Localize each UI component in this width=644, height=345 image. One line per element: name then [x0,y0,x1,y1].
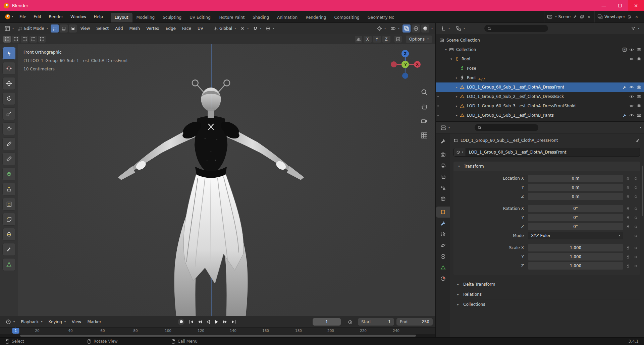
shading-wireframe-button[interactable] [412,24,420,33]
tool-measure[interactable] [2,153,16,165]
select-mode-intersect-button[interactable] [38,36,46,43]
tab-constraints[interactable] [436,251,450,262]
workspace-tab-sculpting[interactable]: Sculpting [159,13,185,22]
properties-editor-type-button[interactable]: ▾ [439,124,452,132]
location-x-field[interactable]: 0 m [528,175,623,182]
scrollbar-handle[interactable] [20,335,416,337]
shading-solid-button[interactable] [421,24,429,33]
rotation-z-field[interactable]: 0° [528,223,623,230]
playhead[interactable]: 1 [12,328,19,334]
mirror-y-toggle[interactable]: Y [373,36,381,43]
camera-icon[interactable] [637,57,641,61]
current-frame-field[interactable]: 1 [313,318,341,326]
outliner-row-scene-collection[interactable]: Scene Collection [436,36,644,45]
auto-keying-toggle[interactable] [178,319,184,325]
workspace-tab-rendering[interactable]: Rendering [302,13,330,22]
outliner-search-input[interactable] [493,26,545,31]
tab-object-data[interactable] [436,262,450,273]
tool-add-cube[interactable] [2,168,16,180]
menu-select[interactable]: Select [93,23,112,34]
tab-view-layer[interactable] [436,171,450,182]
mode-dropdown[interactable]: Edit Mode▾ [16,24,50,33]
camera-icon[interactable] [637,113,641,118]
playback-menu[interactable]: Playback▾ [18,320,46,324]
disclosure-icon[interactable]: ▸ [454,76,459,79]
workspace-tab-modeling[interactable]: Modeling [132,13,159,22]
checkbox-icon[interactable]: ✓ [623,48,627,52]
modifier-icon[interactable] [623,85,627,89]
show-overlays-button[interactable]: ▾ [388,24,401,33]
tab-particles[interactable] [436,229,450,240]
shading-dropdown-icon[interactable]: ▾ [431,27,433,30]
show-gizmos-button[interactable]: ▾ [375,24,388,33]
eye-icon[interactable] [629,85,634,90]
prev-keyframe-button[interactable] [196,318,204,326]
workspace-tab-layout[interactable]: Layout [111,13,132,22]
disclosure-icon[interactable]: ▾ [443,48,448,51]
outliner-row-root-bone[interactable]: ▸ Root 477 [436,73,644,82]
tool-select-box[interactable] [2,47,16,60]
jump-to-end-button[interactable] [229,318,237,326]
correct-face-attributes-button[interactable] [394,36,402,43]
object-name-field[interactable]: ▾ LOD_1_Group_60_Sub_1__esf_ClothA_Dress… [453,148,640,157]
lock-icon[interactable] [623,207,633,211]
menu-uv[interactable]: UV [195,23,206,34]
menu-mesh[interactable]: Mesh [126,23,143,34]
face-select-button[interactable] [69,24,77,33]
section-delta-transform[interactable]: ▸ Delta Transform [453,279,640,289]
vertex-select-button[interactable] [51,24,59,33]
object-browse-dropdown[interactable]: ▾ [454,148,466,156]
camera-icon[interactable] [637,94,641,99]
frame-end-field[interactable]: End250 [396,318,433,326]
select-mode-extend-button[interactable] [12,36,19,43]
tab-tool[interactable] [436,135,450,147]
mirror-x-toggle[interactable]: X [364,36,372,43]
play-button[interactable] [212,318,221,326]
options-button[interactable]: Options▾ [406,36,432,43]
outliner-editor-type-button[interactable]: ▾ [439,24,452,33]
outliner-row-pose[interactable]: Pose [436,64,644,73]
scale-y-field[interactable]: 1.000 [528,253,623,261]
remove-viewlayer-icon[interactable]: ✕ [634,14,639,19]
toggle-grid-button[interactable] [420,131,429,140]
tool-move[interactable] [2,77,16,90]
orientation-dropdown[interactable]: Global▾ [211,24,238,33]
eye-icon[interactable] [629,94,634,99]
outliner-filter-button[interactable]: ▾ [629,24,641,33]
gizmo-negx-axis[interactable] [391,61,397,67]
new-scene-icon[interactable] [579,14,585,19]
menu-face[interactable]: Face [179,23,194,34]
menu-window[interactable]: Window [67,11,90,22]
use-preview-range-button[interactable] [345,320,356,324]
select-mode-invert-button[interactable] [30,36,37,43]
workspace-tab-uv-editing[interactable]: UV Editing [185,13,215,22]
outliner-row-dressfrontshold[interactable]: ▸ LOD_1_Group_60_Sub_3__esf_ClothA_Dress… [436,101,644,111]
edge-select-button[interactable] [60,24,68,33]
keying-menu[interactable]: Keying▾ [46,320,69,324]
rotation-x-field[interactable]: 0° [528,205,623,212]
tab-material[interactable] [436,273,450,284]
animate-dot[interactable] [635,208,637,210]
properties-search[interactable] [475,124,538,131]
outliner-row-dressfront[interactable]: ▸ LOD_1_Group_60_Sub_1__esf_ClothA_Dress… [436,82,644,92]
tool-extrude-region[interactable] [2,183,16,195]
zoom-button[interactable] [420,88,429,97]
menu-file[interactable]: File [16,11,30,22]
outliner-row-root-armature[interactable]: ▾ Root [436,54,644,64]
tab-scene[interactable] [436,182,450,193]
workspace-tab-shading[interactable]: Shading [249,13,273,22]
pin-icon[interactable] [635,138,640,143]
workspace-tab-compositing[interactable]: Compositing [330,13,363,22]
eye-icon[interactable] [629,113,634,118]
animate-dot[interactable] [635,226,637,228]
tool-bevel[interactable] [2,213,16,226]
timeline-scrollbar[interactable] [0,334,435,337]
tool-scale[interactable] [2,107,16,120]
outliner-row-pants[interactable]: ▸ LOD_1_Group_61_Sub_1__esf_ClothB_Pants [436,111,644,120]
rotation-y-field[interactable]: 0° [528,214,623,221]
properties-options-icon[interactable]: ▾ [640,126,641,129]
xray-toggle[interactable] [402,24,411,33]
outliner-row-dressback[interactable]: ▸ LOD_1_Group_60_Sub_2__esf_ClothA_Dress… [436,92,644,101]
animate-dot[interactable] [635,195,637,198]
workspace-tab-texture-paint[interactable]: Texture Paint [215,13,249,22]
